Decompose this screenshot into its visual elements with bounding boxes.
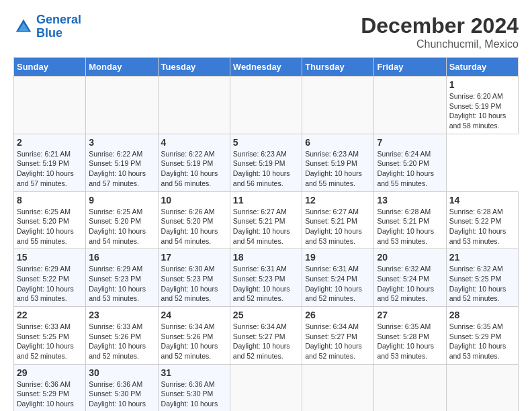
- calendar-cell: 9 Sunrise: 6:25 AM Sunset: 5:20 PM Dayli…: [86, 191, 158, 249]
- day-number: 5: [233, 137, 299, 148]
- day-info: Sunrise: 6:26 AM Sunset: 5:20 PM Dayligh…: [161, 207, 227, 246]
- day-info: Sunrise: 6:32 AM Sunset: 5:24 PM Dayligh…: [377, 264, 443, 304]
- day-info: Sunrise: 6:23 AM Sunset: 5:19 PM Dayligh…: [305, 149, 371, 189]
- calendar-cell: [230, 77, 302, 134]
- calendar-cell: [14, 77, 86, 134]
- day-info: Sunrise: 6:31 AM Sunset: 5:23 PM Dayligh…: [233, 264, 299, 304]
- day-number: 31: [161, 367, 227, 378]
- day-info: Sunrise: 6:34 AM Sunset: 5:27 PM Dayligh…: [233, 322, 299, 361]
- month-title: December 2024: [361, 13, 519, 38]
- day-number: 7: [377, 137, 443, 148]
- calendar-cell: 12 Sunrise: 6:27 AM Sunset: 5:21 PM Dayl…: [302, 191, 374, 249]
- calendar-body: 1 Sunrise: 6:20 AM Sunset: 5:19 PM Dayli…: [14, 77, 519, 412]
- day-number: 30: [89, 367, 154, 378]
- day-number: 22: [17, 310, 83, 320]
- day-info: Sunrise: 6:29 AM Sunset: 5:23 PM Dayligh…: [89, 264, 154, 304]
- calendar-cell: 24 Sunrise: 6:34 AM Sunset: 5:26 PM Dayl…: [158, 307, 230, 365]
- day-info: Sunrise: 6:24 AM Sunset: 5:20 PM Dayligh…: [377, 149, 443, 189]
- calendar-cell: 6 Sunrise: 6:23 AM Sunset: 5:19 PM Dayli…: [302, 134, 374, 191]
- day-info: Sunrise: 6:35 AM Sunset: 5:29 PM Dayligh…: [449, 322, 515, 361]
- calendar-cell: 8 Sunrise: 6:25 AM Sunset: 5:20 PM Dayli…: [14, 191, 86, 249]
- logo-text: General Blue: [36, 13, 81, 40]
- day-info: Sunrise: 6:25 AM Sunset: 5:20 PM Dayligh…: [89, 207, 154, 246]
- calendar-cell: [158, 77, 230, 134]
- header-wednesday: Wednesday: [230, 58, 302, 77]
- calendar-cell: 10 Sunrise: 6:26 AM Sunset: 5:20 PM Dayl…: [158, 191, 230, 249]
- page-header: General Blue December 2024 Chunchucmil, …: [13, 13, 519, 50]
- day-info: Sunrise: 6:36 AM Sunset: 5:30 PM Dayligh…: [161, 379, 227, 411]
- calendar-week-3: 15 Sunrise: 6:29 AM Sunset: 5:22 PM Dayl…: [14, 249, 519, 307]
- day-info: Sunrise: 6:22 AM Sunset: 5:19 PM Dayligh…: [161, 149, 227, 189]
- calendar-cell: [302, 364, 374, 411]
- calendar-cell: 7 Sunrise: 6:24 AM Sunset: 5:20 PM Dayli…: [374, 134, 446, 191]
- calendar-cell: 28 Sunrise: 6:35 AM Sunset: 5:29 PM Dayl…: [446, 307, 518, 365]
- day-number: 27: [377, 310, 443, 320]
- calendar-cell: 3 Sunrise: 6:22 AM Sunset: 5:19 PM Dayli…: [86, 134, 158, 191]
- calendar-cell: 31 Sunrise: 6:36 AM Sunset: 5:30 PM Dayl…: [158, 364, 230, 411]
- calendar-cell: 17 Sunrise: 6:30 AM Sunset: 5:23 PM Dayl…: [158, 249, 230, 307]
- header-saturday: Saturday: [446, 58, 518, 77]
- calendar-cell: 23 Sunrise: 6:33 AM Sunset: 5:26 PM Dayl…: [86, 307, 158, 365]
- location-subtitle: Chunchucmil, Mexico: [361, 38, 519, 50]
- day-info: Sunrise: 6:25 AM Sunset: 5:20 PM Dayligh…: [17, 207, 83, 246]
- header-monday: Monday: [86, 58, 158, 77]
- day-info: Sunrise: 6:23 AM Sunset: 5:19 PM Dayligh…: [233, 149, 299, 189]
- day-info: Sunrise: 6:20 AM Sunset: 5:19 PM Dayligh…: [449, 91, 515, 131]
- day-number: 19: [305, 252, 371, 263]
- calendar-cell: 27 Sunrise: 6:35 AM Sunset: 5:28 PM Dayl…: [374, 307, 446, 365]
- day-info: Sunrise: 6:28 AM Sunset: 5:21 PM Dayligh…: [377, 207, 443, 246]
- calendar-cell: [230, 364, 302, 411]
- day-info: Sunrise: 6:29 AM Sunset: 5:22 PM Dayligh…: [17, 264, 83, 304]
- header-row: SundayMondayTuesdayWednesdayThursdayFrid…: [14, 58, 519, 77]
- header-thursday: Thursday: [302, 58, 374, 77]
- calendar-cell: 29 Sunrise: 6:36 AM Sunset: 5:29 PM Dayl…: [14, 364, 86, 411]
- calendar-cell: [374, 364, 446, 411]
- logo: General Blue: [13, 13, 81, 40]
- title-area: December 2024 Chunchucmil, Mexico: [361, 13, 519, 50]
- day-number: 26: [305, 310, 371, 320]
- calendar-week-4: 22 Sunrise: 6:33 AM Sunset: 5:25 PM Dayl…: [14, 307, 519, 365]
- calendar-cell: 22 Sunrise: 6:33 AM Sunset: 5:25 PM Dayl…: [14, 307, 86, 365]
- day-number: 2: [17, 137, 83, 148]
- day-number: 29: [17, 367, 83, 378]
- day-info: Sunrise: 6:22 AM Sunset: 5:19 PM Dayligh…: [89, 149, 154, 189]
- day-info: Sunrise: 6:36 AM Sunset: 5:29 PM Dayligh…: [17, 379, 83, 411]
- day-number: 17: [161, 252, 227, 263]
- calendar-cell: 15 Sunrise: 6:29 AM Sunset: 5:22 PM Dayl…: [14, 249, 86, 307]
- calendar-cell: 25 Sunrise: 6:34 AM Sunset: 5:27 PM Dayl…: [230, 307, 302, 365]
- calendar-cell: 14 Sunrise: 6:28 AM Sunset: 5:22 PM Dayl…: [446, 191, 518, 249]
- calendar-cell: 2 Sunrise: 6:21 AM Sunset: 5:19 PM Dayli…: [14, 134, 86, 191]
- calendar-cell: 11 Sunrise: 6:27 AM Sunset: 5:21 PM Dayl…: [230, 191, 302, 249]
- calendar-cell: 18 Sunrise: 6:31 AM Sunset: 5:23 PM Dayl…: [230, 249, 302, 307]
- day-info: Sunrise: 6:27 AM Sunset: 5:21 PM Dayligh…: [233, 207, 299, 246]
- day-number: 9: [89, 195, 154, 205]
- calendar-table: SundayMondayTuesdayWednesdayThursdayFrid…: [13, 57, 519, 411]
- day-number: 3: [89, 137, 154, 148]
- day-number: 11: [233, 195, 299, 205]
- day-info: Sunrise: 6:34 AM Sunset: 5:26 PM Dayligh…: [161, 322, 227, 361]
- day-info: Sunrise: 6:21 AM Sunset: 5:19 PM Dayligh…: [17, 149, 83, 189]
- day-number: 14: [449, 195, 515, 205]
- day-info: Sunrise: 6:28 AM Sunset: 5:22 PM Dayligh…: [449, 207, 515, 246]
- calendar-week-5: 29 Sunrise: 6:36 AM Sunset: 5:29 PM Dayl…: [14, 364, 519, 411]
- calendar-cell: 5 Sunrise: 6:23 AM Sunset: 5:19 PM Dayli…: [230, 134, 302, 191]
- calendar-cell: 1 Sunrise: 6:20 AM Sunset: 5:19 PM Dayli…: [446, 77, 518, 134]
- calendar-cell: 21 Sunrise: 6:32 AM Sunset: 5:25 PM Dayl…: [446, 249, 518, 307]
- day-number: 18: [233, 252, 299, 263]
- header-sunday: Sunday: [14, 58, 86, 77]
- day-number: 20: [377, 252, 443, 263]
- calendar-header: SundayMondayTuesdayWednesdayThursdayFrid…: [14, 58, 519, 77]
- day-info: Sunrise: 6:27 AM Sunset: 5:21 PM Dayligh…: [305, 207, 371, 246]
- day-info: Sunrise: 6:33 AM Sunset: 5:25 PM Dayligh…: [17, 322, 83, 361]
- logo-line2: Blue: [36, 27, 81, 40]
- day-number: 12: [305, 195, 371, 205]
- day-number: 23: [89, 310, 154, 320]
- calendar-cell: [374, 77, 446, 134]
- day-info: Sunrise: 6:35 AM Sunset: 5:28 PM Dayligh…: [377, 322, 443, 361]
- calendar-cell: [446, 364, 518, 411]
- day-info: Sunrise: 6:34 AM Sunset: 5:27 PM Dayligh…: [305, 322, 371, 361]
- day-number: 25: [233, 310, 299, 320]
- day-number: 8: [17, 195, 83, 205]
- calendar-cell: [86, 77, 158, 134]
- day-number: 21: [449, 252, 515, 263]
